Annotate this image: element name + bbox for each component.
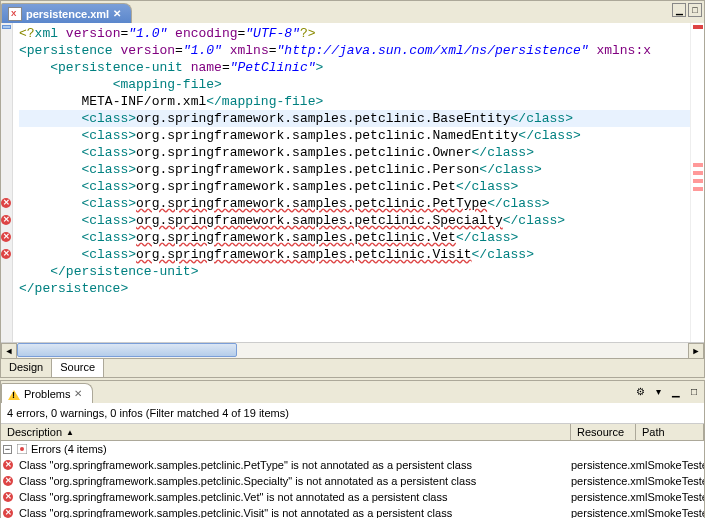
pane-window-controls: ▁ □	[672, 3, 702, 17]
code-line[interactable]: </persistence>	[19, 280, 690, 297]
editor-tab-bar: persistence.xml ✕ ▁ □	[1, 1, 704, 23]
code-line[interactable]: <class>org.springframework.samples.petcl…	[19, 212, 690, 229]
problem-row[interactable]: ✕Class "org.springframework.samples.petc…	[1, 473, 704, 489]
problems-toolbar: ⚙ ▾ ▁ □	[632, 384, 702, 400]
problem-row[interactable]: ✕Class "org.springframework.samples.petc…	[1, 505, 704, 518]
code-line[interactable]: <?xml version="1.0" encoding="UTF-8"?>	[19, 25, 690, 42]
overview-error-mark[interactable]	[693, 171, 703, 175]
scrollbar-track[interactable]	[17, 343, 688, 358]
problem-path: SmokeTester/sr	[647, 459, 704, 471]
annotation-ruler[interactable]: ✕✕✕✕	[1, 23, 13, 342]
code-line[interactable]: <persistence version="1.0" xmlns="http:/…	[19, 42, 690, 59]
problem-path: SmokeTester/sr	[647, 491, 704, 503]
problems-icon	[8, 388, 20, 400]
problems-summary: 4 errors, 0 warnings, 0 infos (Filter ma…	[1, 403, 704, 423]
collapse-toggle-icon[interactable]: −	[3, 445, 12, 454]
code-line[interactable]: <class>org.springframework.samples.petcl…	[19, 178, 690, 195]
problem-resource: persistence.xml	[571, 475, 647, 487]
code-line[interactable]: <class>org.springframework.samples.petcl…	[19, 229, 690, 246]
column-header-description[interactable]: Description▲	[1, 424, 571, 440]
close-problems-tab-icon[interactable]: ✕	[74, 388, 86, 400]
file-tab-persistence[interactable]: persistence.xml ✕	[1, 3, 132, 23]
tab-source[interactable]: Source	[52, 359, 104, 377]
overview-ruler[interactable]	[690, 23, 704, 342]
horizontal-scrollbar[interactable]: ◄ ►	[1, 342, 704, 358]
problems-group-row[interactable]: − Errors (4 items)	[1, 441, 704, 457]
folding-marker[interactable]	[2, 25, 11, 29]
error-icon: ✕	[3, 508, 13, 518]
view-menu-button[interactable]: ▾	[650, 384, 666, 400]
error-marker-icon[interactable]: ✕	[1, 198, 13, 210]
error-icon: ✕	[3, 460, 13, 470]
code-line[interactable]: <class>org.springframework.samples.petcl…	[19, 144, 690, 161]
svg-point-1	[20, 447, 24, 451]
column-header-resource[interactable]: Resource	[571, 424, 636, 440]
editor-pane: persistence.xml ✕ ▁ □ ✕✕✕✕ <?xml version…	[0, 0, 705, 378]
error-marker-icon[interactable]: ✕	[1, 215, 13, 227]
errors-group-icon	[17, 444, 27, 454]
close-tab-icon[interactable]: ✕	[113, 8, 125, 20]
problem-description: Class "org.springframework.samples.petcl…	[19, 507, 452, 518]
problem-resource: persistence.xml	[571, 491, 647, 503]
error-marker-icon[interactable]: ✕	[1, 249, 13, 261]
code-line[interactable]: <class>org.springframework.samples.petcl…	[19, 127, 690, 144]
code-line[interactable]: <class>org.springframework.samples.petcl…	[19, 161, 690, 178]
error-marker-icon[interactable]: ✕	[1, 232, 13, 244]
minimize-view-button[interactable]: ▁	[668, 384, 684, 400]
problems-tab-label: Problems	[24, 388, 70, 400]
problem-row[interactable]: ✕Class "org.springframework.samples.petc…	[1, 457, 704, 473]
tab-design[interactable]: Design	[1, 359, 52, 377]
problem-description: Class "org.springframework.samples.petcl…	[19, 459, 472, 471]
error-icon: ✕	[3, 492, 13, 502]
code-line[interactable]: <class>org.springframework.samples.petcl…	[19, 246, 690, 263]
source-code-area[interactable]: <?xml version="1.0" encoding="UTF-8"?><p…	[13, 23, 690, 342]
code-line[interactable]: <mapping-file>	[19, 76, 690, 93]
problem-description: Class "org.springframework.samples.petcl…	[19, 491, 447, 503]
code-line[interactable]: <class>org.springframework.samples.petcl…	[19, 110, 690, 127]
column-header-path[interactable]: Path	[636, 424, 704, 440]
maximize-view-button[interactable]: □	[686, 384, 702, 400]
problems-header-row: Description▲ Resource Path	[1, 423, 704, 441]
problems-table: Description▲ Resource Path − Errors (4 i…	[1, 423, 704, 518]
xml-file-icon	[8, 7, 22, 21]
code-line[interactable]: </persistence-unit>	[19, 263, 690, 280]
problems-group-label: Errors (4 items)	[31, 443, 107, 455]
minimize-pane-button[interactable]: ▁	[672, 3, 686, 17]
filters-button[interactable]: ⚙	[632, 384, 648, 400]
problem-resource: persistence.xml	[571, 507, 647, 518]
overview-error-mark[interactable]	[693, 187, 703, 191]
error-icon: ✕	[3, 476, 13, 486]
problem-path: SmokeTester/sr	[647, 507, 704, 518]
editor-bottom-tabs: Design Source	[1, 358, 704, 377]
code-line[interactable]: META-INF/orm.xml</mapping-file>	[19, 93, 690, 110]
problem-description: Class "org.springframework.samples.petcl…	[19, 475, 476, 487]
problems-rows: − Errors (4 items) ✕Class "org.springfra…	[1, 441, 704, 518]
file-tab-label: persistence.xml	[26, 8, 109, 20]
problem-resource: persistence.xml	[571, 459, 647, 471]
overview-error-summary[interactable]	[693, 25, 703, 29]
code-line[interactable]: <class>org.springframework.samples.petcl…	[19, 195, 690, 212]
problem-row[interactable]: ✕Class "org.springframework.samples.petc…	[1, 489, 704, 505]
scrollbar-thumb[interactable]	[17, 343, 237, 357]
scroll-right-button[interactable]: ►	[688, 343, 704, 359]
sort-ascending-icon: ▲	[66, 428, 74, 437]
maximize-pane-button[interactable]: □	[688, 3, 702, 17]
problems-view-tab[interactable]: Problems ✕	[1, 383, 93, 403]
scroll-left-button[interactable]: ◄	[1, 343, 17, 359]
overview-error-mark[interactable]	[693, 179, 703, 183]
problem-path: SmokeTester/sr	[647, 475, 704, 487]
code-line[interactable]: <persistence-unit name="PetClinic">	[19, 59, 690, 76]
overview-error-mark[interactable]	[693, 163, 703, 167]
problems-tab-bar: Problems ✕ ⚙ ▾ ▁ □	[1, 381, 704, 403]
problems-pane: Problems ✕ ⚙ ▾ ▁ □ 4 errors, 0 warnings,…	[0, 380, 705, 518]
editor-body: ✕✕✕✕ <?xml version="1.0" encoding="UTF-8…	[1, 23, 704, 342]
